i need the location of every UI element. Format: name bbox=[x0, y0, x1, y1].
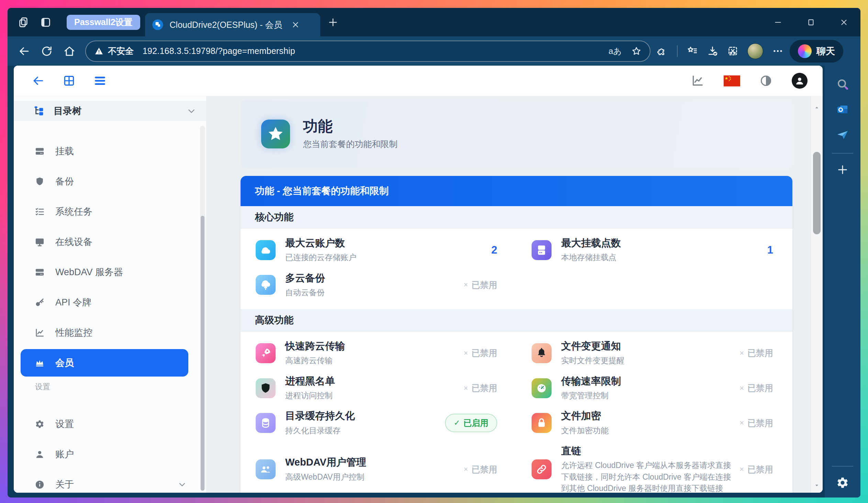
copilot-chat-button[interactable]: 聊天 bbox=[790, 40, 843, 63]
feature-desc: 高级WebDAV用户控制 bbox=[285, 471, 455, 483]
status-badge-disabled: ×已禁用 bbox=[464, 279, 497, 291]
sidebar-settings-gear-icon[interactable] bbox=[835, 475, 850, 490]
workspaces-icon[interactable] bbox=[18, 17, 30, 28]
home-icon[interactable] bbox=[63, 45, 75, 57]
back-icon[interactable] bbox=[18, 45, 30, 57]
database-icon bbox=[256, 413, 276, 433]
feature-item: 传输速率限制带宽管理控制×已禁用 bbox=[516, 371, 793, 406]
tab-group-label: Passwall2设置 bbox=[74, 17, 133, 28]
tab-actions-icon[interactable] bbox=[40, 17, 52, 28]
account-avatar[interactable] bbox=[792, 73, 807, 88]
sidebar-item-label: API 令牌 bbox=[55, 296, 206, 308]
tab-clouddrive[interactable]: CloudDrive2(OESPlus) - 会员 bbox=[145, 13, 320, 36]
chevron-down-icon[interactable] bbox=[186, 106, 197, 116]
app-back-icon[interactable] bbox=[32, 74, 45, 87]
sidebar-item-账户[interactable]: 账户 bbox=[14, 439, 206, 469]
sidebar-item-关于[interactable]: 关于 bbox=[14, 469, 206, 493]
translate-icon[interactable]: aあ bbox=[609, 46, 622, 57]
tasks-icon bbox=[34, 207, 45, 217]
browser-tab-bar: Passwall2设置 CloudDrive2(OESPlus) - 会员 bbox=[8, 8, 860, 36]
sidebar-item-性能监控[interactable]: 性能监控 bbox=[14, 317, 206, 348]
sidebar-item-directory-tree[interactable]: 目录树 bbox=[14, 101, 206, 121]
sidebar-item-会员[interactable]: 会员 bbox=[21, 349, 188, 377]
page-scrollbar[interactable] bbox=[810, 96, 823, 493]
extensions-puzzle-icon[interactable] bbox=[657, 45, 668, 57]
sidebar-item-在线设备[interactable]: 在线设备 bbox=[14, 227, 206, 257]
address-bar[interactable]: 不安全 192.168.3.5:19798/?page=membership a… bbox=[85, 41, 651, 62]
outlook-icon[interactable] bbox=[836, 103, 849, 116]
security-label: 不安全 bbox=[108, 45, 134, 57]
sidebar-item-API 令牌[interactable]: API 令牌 bbox=[14, 287, 206, 317]
shield2-icon bbox=[256, 378, 276, 398]
gear-icon bbox=[34, 419, 45, 429]
copilot-icon bbox=[798, 44, 812, 58]
app-menu-icon[interactable] bbox=[93, 74, 106, 87]
sidebar-item-设置[interactable]: 设置 bbox=[14, 409, 206, 439]
feature-value: 1 bbox=[767, 244, 773, 256]
close-window-button[interactable] bbox=[827, 8, 860, 36]
features-banner: 功能 - 您当前套餐的功能和限制 bbox=[240, 176, 793, 206]
sidebar-item-系统任务[interactable]: 系统任务 bbox=[14, 197, 206, 227]
chevron-down-icon[interactable] bbox=[177, 480, 187, 489]
maximize-button[interactable] bbox=[795, 8, 827, 36]
sidebar-item-备份[interactable]: 备份 bbox=[14, 166, 206, 197]
feature-item: 文件变更通知实时文件变更提醒×已禁用 bbox=[516, 336, 793, 371]
performance-chart-icon[interactable] bbox=[691, 74, 704, 87]
language-flag-icon[interactable] bbox=[724, 75, 740, 86]
sidebar-item-label: 系统任务 bbox=[55, 206, 206, 218]
screenshot-snip-icon[interactable] bbox=[727, 45, 738, 57]
feature-name: 进程黑名单 bbox=[285, 375, 455, 387]
add-sidebar-app-button[interactable] bbox=[837, 164, 848, 176]
browser-window: Passwall2设置 CloudDrive2(OESPlus) - 会员 不安… bbox=[8, 8, 860, 497]
status-badge-disabled: ×已禁用 bbox=[740, 347, 773, 359]
minimize-button[interactable] bbox=[762, 8, 795, 36]
cloudup-icon bbox=[256, 275, 276, 295]
status-badge-disabled: ×已禁用 bbox=[740, 464, 773, 475]
send-plane-icon[interactable] bbox=[836, 128, 849, 142]
profile-avatar[interactable] bbox=[747, 43, 763, 59]
feature-name: 直链 bbox=[561, 444, 731, 457]
sidebar-scrollbar[interactable] bbox=[200, 126, 205, 491]
tab-close-icon[interactable] bbox=[291, 20, 300, 29]
theme-contrast-icon[interactable] bbox=[760, 74, 773, 87]
feature-item: WebDAV用户管理高级WebDAV用户控制×已禁用 bbox=[240, 440, 516, 493]
sidebar-search-icon[interactable] bbox=[836, 77, 849, 91]
sidebar-settings-menu: 设置账户关于 bbox=[14, 409, 206, 493]
status-badge-disabled: ×已禁用 bbox=[740, 418, 773, 429]
feature-status: ×已禁用 bbox=[464, 347, 497, 359]
sidebar-item-WebDAV 服务器[interactable]: WebDAV 服务器 bbox=[14, 257, 206, 287]
refresh-icon[interactable] bbox=[41, 45, 53, 57]
app-grid-view-icon[interactable] bbox=[63, 74, 75, 87]
sidebar-scrollbar-thumb[interactable] bbox=[201, 216, 205, 491]
app-sidebar: 目录树 挂载备份系统任务在线设备WebDAV 服务器API 令牌性能监控会员 设… bbox=[14, 96, 206, 493]
status-label: 已禁用 bbox=[747, 347, 773, 359]
cross-icon: × bbox=[740, 349, 744, 358]
sidebar-item-挂载[interactable]: 挂载 bbox=[14, 136, 206, 166]
page-scrollbar-thumb[interactable] bbox=[813, 152, 820, 234]
favorite-star-icon[interactable] bbox=[631, 46, 642, 56]
lock-icon bbox=[531, 413, 551, 433]
scroll-up-icon[interactable] bbox=[813, 105, 820, 110]
status-label: 已禁用 bbox=[472, 347, 497, 359]
downloads-icon[interactable] bbox=[707, 45, 718, 57]
desktop-background: { "browser": { "tab_group_label": "Passw… bbox=[0, 0, 868, 503]
tab-group-passwall[interactable]: Passwall2设置 bbox=[67, 15, 140, 30]
more-menu-icon[interactable] bbox=[772, 45, 784, 57]
scroll-down-icon[interactable] bbox=[813, 483, 820, 488]
url-text[interactable]: 192.168.3.5:19798/?page=membership bbox=[143, 46, 604, 56]
cross-icon: × bbox=[740, 419, 744, 427]
new-tab-button[interactable] bbox=[328, 17, 338, 28]
insecure-warning-icon[interactable] bbox=[94, 46, 104, 56]
favorites-bar-icon[interactable] bbox=[686, 45, 698, 57]
feature-status: ✓已启用 bbox=[445, 414, 497, 432]
feature-item: 进程黑名单进程访问控制×已禁用 bbox=[240, 371, 516, 406]
sidebar-divider bbox=[832, 153, 853, 154]
toolbar-extensions-area bbox=[657, 43, 784, 59]
sidebar-item-label: WebDAV 服务器 bbox=[55, 266, 206, 278]
feature-item: 目录缓存持久化持久化目录缓存✓已启用 bbox=[240, 406, 516, 440]
server-icon bbox=[34, 267, 45, 277]
feature-desc: 自动云备份 bbox=[285, 287, 455, 298]
feature-name: 快速跨云传输 bbox=[285, 340, 455, 352]
features-card: 功能 - 您当前套餐的功能和限制 核心功能 最大云账户数已连接的云存储账户2最大… bbox=[240, 176, 793, 493]
feature-name: 最大挂载点数 bbox=[561, 237, 759, 249]
